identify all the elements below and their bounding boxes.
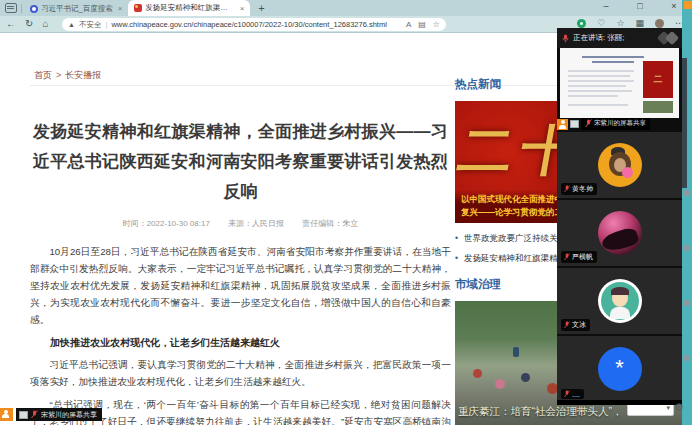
thumb-text-line bbox=[568, 95, 618, 97]
photo-figure bbox=[495, 379, 505, 389]
participant-name: 严横帆 bbox=[572, 252, 593, 262]
url-text[interactable]: www.chinapeace.gov.cn/chinapeace/c100007… bbox=[111, 20, 402, 29]
scrollbar-nub[interactable] bbox=[684, 355, 690, 361]
thumb-text-line bbox=[568, 75, 630, 77]
mic-muted-icon bbox=[585, 119, 592, 128]
thumb-title-line bbox=[582, 56, 644, 58]
participant-name-chip: 严横帆 bbox=[561, 251, 597, 263]
new-tab-button[interactable]: + bbox=[258, 2, 264, 14]
window-edge-shadow bbox=[682, 58, 687, 188]
read-aloud-icon[interactable]: A bbox=[406, 20, 411, 29]
presenter-icon bbox=[0, 408, 13, 421]
article-time: 时间：2022-10-30 08:17 bbox=[123, 219, 210, 228]
address-divider: | bbox=[105, 20, 107, 29]
favorite-star-icon[interactable]: ☆ bbox=[433, 20, 440, 29]
participant-name: 文冰 bbox=[572, 320, 586, 330]
speaking-banner: 正在讲话: 张丽; bbox=[557, 28, 682, 48]
participant-tile[interactable]: 文冰 bbox=[557, 268, 682, 334]
ssl-warning-icon: ▲ bbox=[68, 21, 75, 28]
screen-share-indicator[interactable]: 宋紫川的屏幕共享 bbox=[0, 408, 102, 421]
participant-name-chip: 黄冬帅 bbox=[561, 183, 597, 195]
refresh-icon[interactable]: ↻ bbox=[25, 18, 33, 29]
avatar bbox=[598, 279, 642, 323]
settings-gear-icon[interactable]: ⚙ bbox=[674, 401, 684, 414]
translate-icon[interactable]: ▤ bbox=[418, 20, 426, 29]
mic-muted-icon bbox=[31, 410, 38, 419]
participant-tile[interactable]: 黄冬帅 bbox=[557, 132, 682, 198]
recording-indicator bbox=[684, 1, 692, 9]
screen-share-thumbnail[interactable]: 二 bbox=[560, 48, 679, 118]
chevron-down-icon: ▾ bbox=[666, 404, 670, 412]
mic-muted-icon bbox=[564, 321, 570, 329]
participant-tile[interactable]: * .... bbox=[557, 336, 682, 402]
side-window-edge bbox=[682, 0, 692, 425]
thumb-text-line bbox=[568, 90, 632, 92]
participant-name: .... bbox=[572, 391, 580, 398]
back-icon[interactable]: ← bbox=[6, 18, 16, 29]
mic-muted-icon bbox=[564, 253, 570, 261]
home-icon[interactable]: ⌂ bbox=[42, 18, 48, 29]
scrollbar-nub[interactable] bbox=[684, 300, 690, 306]
photo-figure bbox=[521, 373, 530, 382]
tab-close-icon[interactable]: × bbox=[118, 4, 123, 13]
participant-name-chip: .... bbox=[561, 389, 584, 399]
window-maximize-button[interactable]: □ bbox=[634, 1, 646, 11]
text-cursor: I bbox=[341, 129, 345, 139]
thumb-title-line bbox=[592, 61, 634, 63]
breadcrumb-separator: > bbox=[56, 70, 61, 80]
scrollbar-nub[interactable] bbox=[684, 245, 690, 251]
mic-muted-icon bbox=[564, 185, 570, 193]
speaking-label: 正在讲话: 张丽; bbox=[573, 33, 655, 43]
tab-article-active[interactable]: 发扬延安精神和红旗渠精神，全 × bbox=[128, 0, 250, 16]
mic-muted-icon bbox=[564, 390, 570, 398]
breadcrumb-home-link[interactable]: 首页 bbox=[34, 70, 52, 80]
photo-figure bbox=[513, 347, 519, 357]
thumb-text-line bbox=[568, 70, 634, 72]
share-source-row: 宋紫川的屏幕共享 bbox=[557, 118, 682, 130]
tab-close-icon[interactable]: × bbox=[240, 4, 245, 13]
article-editor: 责任编辑：朱立 bbox=[302, 219, 358, 228]
share-badge-label: 宋紫川的屏幕共享 bbox=[41, 410, 97, 420]
avatar: * bbox=[598, 347, 642, 391]
mic-active-icon bbox=[562, 34, 569, 43]
governance-photo-caption: 重庆綦江：培育“社会治理带头人”， bbox=[458, 405, 623, 419]
shared-window-icon bbox=[570, 120, 579, 128]
security-label: 不安全 bbox=[79, 20, 102, 30]
tab-baidu-search[interactable]: 习近平书记_百度搜索 × bbox=[24, 1, 128, 16]
avatar bbox=[598, 143, 642, 187]
scrollbar-nub[interactable] bbox=[684, 190, 690, 196]
participant-name-chip: 文冰 bbox=[561, 319, 590, 331]
photo-figure bbox=[473, 369, 482, 378]
extension-icon[interactable] bbox=[577, 19, 586, 28]
thumb-text-line bbox=[568, 80, 634, 82]
participant-tile[interactable]: 严横帆 bbox=[557, 200, 682, 266]
profile-avatar[interactable] bbox=[655, 19, 664, 28]
window-close-button[interactable]: × bbox=[668, 1, 680, 11]
avatar bbox=[598, 211, 642, 255]
share-badge-label: 宋紫川的屏幕共享 bbox=[594, 119, 646, 128]
tab-separator bbox=[21, 4, 22, 13]
favorites-icon[interactable]: ☆ bbox=[616, 18, 624, 28]
thumb-photo bbox=[643, 101, 673, 113]
star-avatar-icon: * bbox=[615, 357, 624, 379]
address-bar[interactable]: ▲ 不安全 | www.chinapeace.gov.cn/chinapeace… bbox=[62, 18, 446, 31]
tab-title: 习近平书记_百度搜索 bbox=[41, 4, 113, 14]
baidu-favicon bbox=[30, 5, 38, 13]
thumb-text-line bbox=[568, 104, 628, 106]
window-minimize-button[interactable]: – bbox=[600, 1, 612, 11]
tab-actions-icon[interactable] bbox=[5, 3, 17, 13]
collections-icon[interactable]: ▦ bbox=[635, 18, 644, 28]
browser-essentials-icon[interactable]: ♡ bbox=[597, 18, 605, 28]
article-paragraph: 习近平总书记强调，要认真学习贯彻党的二十大精神，全面推进乡村振兴，把富民政策一项… bbox=[30, 357, 451, 391]
article: 发扬延安精神和红旗渠精神，全面推进乡村振兴——习近平总书记陕西延安和河南安阳考察… bbox=[30, 117, 451, 425]
panel-footer bbox=[557, 400, 682, 405]
breadcrumb-section-link[interactable]: 长安播报 bbox=[65, 70, 101, 80]
browser-tab-bar: 习近平书记_百度搜索 × 发扬延安精神和红旗渠精神，全 × + – □ × bbox=[0, 0, 692, 16]
shared-window-icon bbox=[19, 411, 28, 419]
participant-name: 黄冬帅 bbox=[572, 184, 593, 194]
article-source: 来源：人民日报 bbox=[228, 219, 284, 228]
breadcrumb: 首页>长安播报 bbox=[34, 69, 101, 82]
article-title: 发扬延安精神和红旗渠精神，全面推进乡村振兴——习近平总书记陕西延安和河南安阳考察… bbox=[30, 117, 451, 206]
presenter-icon bbox=[557, 119, 568, 130]
article-paragraph: 10月26日至28日，习近平总书记在陕西省延安市、河南省安阳市考察并作重要讲话，… bbox=[30, 244, 451, 328]
